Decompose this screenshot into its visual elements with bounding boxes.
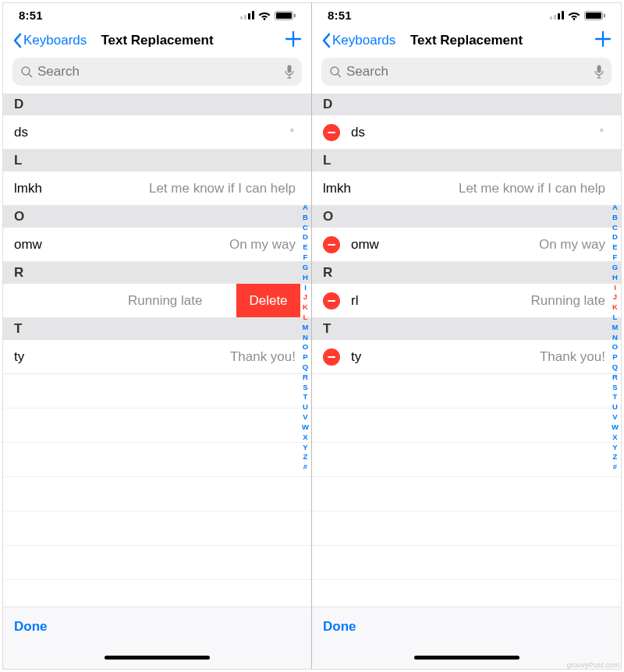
index-letter[interactable]: G [612, 263, 618, 273]
index-letter[interactable]: Z [303, 452, 308, 462]
index-letter[interactable]: B [612, 213, 618, 223]
svg-rect-16 [554, 15, 556, 19]
index-letter[interactable]: P [303, 352, 307, 363]
index-letter[interactable]: V [612, 412, 617, 423]
index-letter[interactable]: W [612, 423, 619, 433]
battery-icon [584, 11, 605, 20]
index-letter[interactable]: O [303, 342, 308, 352]
section-header-t: T [312, 318, 621, 340]
index-letter[interactable]: D [303, 232, 308, 242]
svg-rect-17 [558, 13, 560, 19]
index-letter[interactable]: I [614, 283, 616, 293]
index-letter[interactable]: Z [613, 452, 618, 462]
phone-right: 8:51 Keyboards Text Replacement [312, 3, 621, 669]
index-letter[interactable]: M [303, 323, 309, 333]
search-bar[interactable] [321, 58, 612, 86]
list[interactable]: ABCDEFGHIJKLMNOPQRSTUVWXYZ# D ds ° L lmk… [3, 94, 311, 607]
index-letter[interactable]: K [303, 302, 308, 313]
index-letter[interactable]: X [303, 433, 307, 443]
index-letter[interactable]: E [303, 242, 307, 253]
index-letter[interactable]: Q [612, 363, 618, 373]
index-letter[interactable]: P [612, 352, 617, 363]
home-indicator[interactable] [414, 656, 519, 660]
index-letter[interactable]: X [612, 433, 617, 443]
alphabet-index[interactable]: ABCDEFGHIJKLMNOPQRSTUVWXYZ# [610, 203, 620, 472]
delete-minus-button[interactable] [323, 292, 340, 309]
status-time: 8:51 [19, 9, 43, 22]
index-letter[interactable]: H [303, 273, 308, 283]
shortcut-text: ds [351, 125, 365, 140]
index-letter[interactable]: J [613, 292, 617, 302]
delete-minus-button[interactable] [323, 348, 340, 366]
index-letter[interactable]: O [612, 342, 618, 352]
done-button[interactable]: Done [14, 619, 48, 635]
index-letter[interactable]: W [302, 423, 309, 433]
index-letter[interactable]: J [303, 292, 307, 302]
table-row[interactable]: omw On my way [312, 228, 621, 262]
index-letter[interactable]: S [303, 383, 307, 393]
index-letter[interactable]: R [612, 373, 618, 383]
chevron-left-icon [12, 33, 22, 48]
add-button[interactable] [594, 30, 612, 51]
index-letter[interactable]: T [303, 392, 308, 402]
index-letter[interactable]: F [613, 253, 618, 263]
table-row[interactable]: rl Running late [312, 284, 621, 318]
home-indicator[interactable] [105, 656, 210, 660]
index-letter[interactable]: I [304, 283, 307, 293]
alphabet-index[interactable]: ABCDEFGHIJKLMNOPQRSTUVWXYZ# [300, 203, 310, 472]
back-button[interactable]: Keyboards [321, 33, 395, 48]
table-row-swiped[interactable]: Running late Delete [3, 284, 311, 318]
index-letter[interactable]: N [303, 333, 308, 343]
index-letter[interactable]: L [303, 313, 308, 323]
add-button[interactable] [285, 30, 302, 51]
delete-minus-button[interactable] [323, 236, 340, 253]
index-letter[interactable]: M [612, 323, 619, 333]
table-row[interactable]: ds ° [3, 115, 311, 150]
shortcut-text: ds [14, 125, 28, 140]
search-bar[interactable] [12, 58, 302, 86]
table-row[interactable]: ty Thank you! [3, 340, 311, 374]
index-letter[interactable]: G [303, 263, 308, 273]
mic-icon[interactable] [594, 65, 604, 79]
svg-rect-27 [597, 65, 601, 73]
index-letter[interactable]: S [612, 383, 617, 393]
index-letter[interactable]: Y [612, 443, 617, 453]
index-letter[interactable]: N [612, 333, 618, 343]
table-row[interactable]: omw On my way [3, 228, 311, 262]
index-letter[interactable]: H [612, 273, 618, 283]
index-letter[interactable]: E [612, 242, 617, 253]
index-letter[interactable]: U [612, 402, 618, 412]
index-letter[interactable]: V [303, 412, 307, 423]
blank-row [312, 443, 621, 477]
search-input[interactable] [346, 64, 590, 80]
delete-button[interactable]: Delete [236, 284, 300, 317]
index-letter[interactable]: # [303, 462, 307, 472]
table-row[interactable]: ds ° [312, 115, 621, 150]
table-row[interactable]: ty Thank you! [312, 340, 621, 374]
list[interactable]: ABCDEFGHIJKLMNOPQRSTUVWXYZ# D ds ° L lmk… [312, 94, 621, 607]
table-row[interactable]: lmkh Let me know if I can help [312, 172, 621, 206]
index-letter[interactable]: F [303, 253, 308, 263]
delete-minus-button[interactable] [323, 124, 340, 141]
mic-icon[interactable] [285, 65, 294, 79]
index-letter[interactable]: A [303, 203, 308, 213]
index-letter[interactable]: B [303, 213, 308, 223]
index-letter[interactable]: Q [303, 363, 308, 373]
index-letter[interactable]: U [303, 402, 308, 412]
search-input[interactable] [37, 64, 280, 80]
done-button[interactable]: Done [323, 619, 356, 635]
phrase-text: Let me know if I can help [149, 181, 296, 196]
index-letter[interactable]: Y [303, 443, 307, 453]
phone-left: 8:51 Keyboards Text Replacement [3, 3, 312, 669]
index-letter[interactable]: D [612, 232, 618, 242]
index-letter[interactable]: K [612, 302, 618, 313]
index-letter[interactable]: R [303, 373, 308, 383]
index-letter[interactable]: A [612, 203, 618, 213]
index-letter[interactable]: C [612, 223, 618, 233]
index-letter[interactable]: # [613, 462, 617, 472]
table-row[interactable]: lmkh Let me know if I can help [3, 172, 311, 206]
back-button[interactable]: Keyboards [12, 33, 87, 48]
index-letter[interactable]: T [613, 392, 618, 402]
index-letter[interactable]: L [613, 313, 618, 323]
index-letter[interactable]: C [303, 223, 308, 233]
